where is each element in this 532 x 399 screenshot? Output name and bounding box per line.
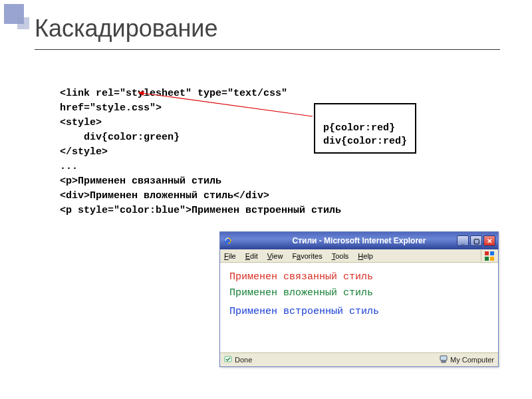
status-done: Done xyxy=(235,356,252,364)
slide-title: Каскадирование xyxy=(35,15,217,43)
code-sample: <link rel="stylesheet" type="text/css" h… xyxy=(60,72,341,218)
menu-bar: File Edit View Favorites Tools Help xyxy=(220,249,498,263)
css-rule: div{color:red} xyxy=(323,136,407,147)
menu-view[interactable]: View xyxy=(267,252,283,260)
browser-viewport: Применен связанный стиль Применен вложен… xyxy=(220,263,498,353)
my-computer-icon xyxy=(440,355,448,364)
css-rule: p{color:red} xyxy=(323,122,395,134)
title-underline xyxy=(35,49,500,50)
browser-window: Стили - Microsoft Internet Explorer _ ▢ … xyxy=(219,231,499,367)
menu-tools[interactable]: Tools xyxy=(332,252,349,260)
menu-help[interactable]: Help xyxy=(358,252,373,260)
code-line: <p style="color:blue">Применен встроенны… xyxy=(60,205,341,216)
maximize-button[interactable]: ▢ xyxy=(470,235,482,246)
code-line: </style> xyxy=(60,146,108,158)
rendered-line-3: Применен встроенный стиль xyxy=(229,304,489,320)
slide-corner-decoration xyxy=(4,4,33,33)
code-line: <p>Применен связанный стиль xyxy=(60,176,221,187)
svg-rect-3 xyxy=(440,356,447,360)
rendered-line-1: Применен связанный стиль xyxy=(229,269,489,285)
windows-logo-icon xyxy=(481,250,495,261)
status-zone: My Computer xyxy=(450,356,494,364)
code-line: <style> xyxy=(60,117,102,128)
menu-edit[interactable]: Edit xyxy=(245,252,258,260)
code-line: <div>Применен вложенный стиль</div> xyxy=(60,190,269,201)
minimize-button[interactable]: _ xyxy=(457,235,469,246)
status-bar: Done My Computer xyxy=(220,353,498,366)
menu-file[interactable]: File xyxy=(224,252,236,260)
window-title: Стили - Microsoft Internet Explorer xyxy=(293,236,426,245)
menu-favorites[interactable]: Favorites xyxy=(292,252,322,260)
code-line: href="style.css"> xyxy=(60,102,162,114)
code-line: <link rel="stylesheet" type="text/css" xyxy=(60,88,287,99)
external-css-box: p{color:red} div{color:red} xyxy=(314,103,416,154)
svg-rect-4 xyxy=(442,361,446,362)
code-line: div{color:green} xyxy=(60,132,180,143)
rendered-line-2: Применен вложенный стиль xyxy=(229,285,489,301)
code-line: ... xyxy=(60,161,78,172)
done-icon xyxy=(224,355,232,364)
close-button[interactable]: ✕ xyxy=(483,235,495,246)
app-icon xyxy=(223,235,233,246)
window-titlebar: Стили - Microsoft Internet Explorer _ ▢ … xyxy=(220,232,498,249)
